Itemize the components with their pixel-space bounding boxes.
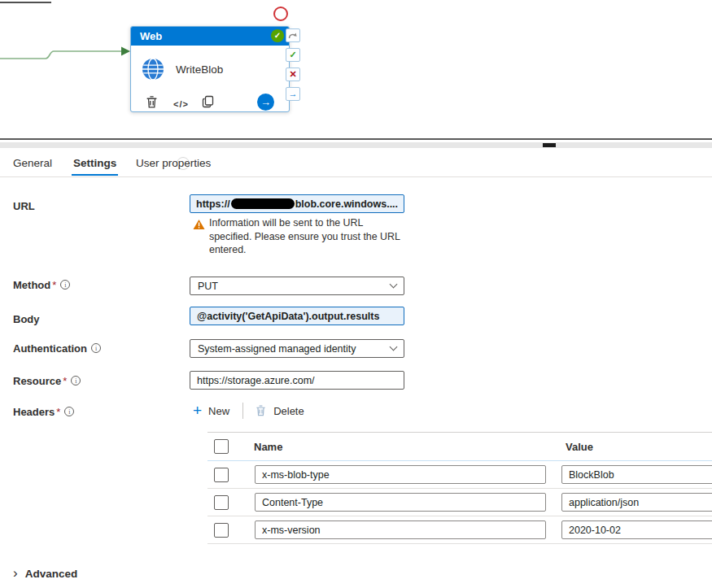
copy-icon [202,95,215,108]
advanced-expander[interactable]: › Advanced [13,567,77,580]
trash-icon [255,404,267,417]
header-name-input[interactable] [255,493,546,512]
select-all-checkbox[interactable] [214,439,229,454]
url-input[interactable]: https://blob.core.windows.... [190,194,404,213]
info-icon[interactable]: i [64,407,74,416]
url-label: URL [13,200,35,212]
header-value-input[interactable] [561,493,712,512]
headers-toolbar: + New Delete [193,400,304,421]
url-value-prefix: https:// [196,198,230,210]
body-input[interactable] [190,307,404,325]
plus-icon: + [193,403,202,418]
table-row [207,461,712,489]
add-next-activity-button[interactable]: → [257,94,274,111]
method-value: PUT [198,281,218,292]
url-value-suffix: blob.core.windows.... [295,198,398,210]
adf-activity-editor: Web ✓ WriteBlob </> → [0,0,712,588]
check-icon: ✓ [289,50,296,59]
required-asterisk: * [61,375,67,387]
required-asterisk: * [55,406,60,418]
activity-connector-line [0,41,132,65]
resource-input-field[interactable] [190,371,404,390]
port-success[interactable]: ✓ [286,48,300,62]
headers-table-header-row: Name Value [207,433,712,461]
chevron-down-icon [390,281,398,289]
method-dropdown[interactable]: PUT [190,277,404,295]
body-input-field[interactable] [190,307,404,325]
canvas-horizontal-scrollbar[interactable] [0,142,712,148]
port-completion[interactable]: → [286,87,300,101]
activity-card-header[interactable]: Web ✓ [131,27,289,46]
url-warning-text: Information will be sent to the URL spec… [209,216,404,257]
clone-activity-button[interactable] [201,95,216,110]
canvas-edge-line [0,2,51,3]
port-failure[interactable]: ✕ [286,68,300,81]
chevron-right-icon: › [13,567,18,580]
header-name-input[interactable] [255,520,546,539]
resource-label: Resource*i [13,375,81,387]
authentication-value: System-assigned managed identity [198,343,356,355]
activity-type-label: Web [140,27,162,46]
scrollbar-thumb[interactable] [543,143,556,147]
table-row [207,489,712,516]
header-value-input[interactable] [561,465,712,484]
port-skipped[interactable] [286,28,300,42]
trash-icon [145,95,159,109]
web-activity-globe-icon [142,58,164,81]
activity-name-label: WriteBlob [176,63,223,76]
tab-user-properties[interactable]: User properties [136,157,211,176]
new-header-button[interactable]: + New [193,403,229,418]
authentication-dropdown[interactable]: System-assigned managed identity [190,339,404,358]
toolbar-separator [242,403,243,419]
activity-card-writeblob[interactable]: Web ✓ WriteBlob </> → [130,26,290,112]
connector-anchor-circle[interactable] [273,7,288,21]
headers-label: Headers*i [13,406,74,418]
resource-input[interactable] [190,371,404,390]
header-value-input[interactable] [561,520,712,539]
row-checkbox[interactable] [214,523,229,538]
delete-activity-button[interactable] [144,95,159,110]
cross-icon: ✕ [289,69,296,79]
headers-table: Name Value [207,432,712,544]
warning-triangle-icon [193,219,205,230]
info-icon[interactable]: i [60,280,70,290]
header-name-input[interactable] [255,465,546,484]
info-icon[interactable]: i [91,343,101,353]
tab-general[interactable]: General [13,157,52,176]
skip-arrow-icon [288,31,298,41]
column-header-value: Value [566,441,593,453]
row-checkbox[interactable] [214,468,229,482]
panel-top-border [0,138,712,140]
arrow-right-icon: → [289,89,298,98]
tab-settings[interactable]: Settings [72,157,118,176]
chevron-down-icon [390,343,398,351]
success-badge-icon: ✓ [271,29,284,42]
required-asterisk: * [50,279,56,291]
authentication-label: Authenticationi [13,342,101,355]
column-header-name: Name [254,441,282,453]
delete-header-button[interactable]: Delete [255,404,304,417]
body-label: Body [13,313,40,325]
advanced-label: Advanced [25,568,78,580]
method-label: Method*i [13,279,70,291]
tabs-divider [0,176,712,177]
row-checkbox[interactable] [214,495,229,510]
info-icon[interactable]: i [71,376,81,385]
redaction-scribble [231,198,295,209]
table-row [207,516,712,544]
view-code-button[interactable]: </> [173,97,188,111]
